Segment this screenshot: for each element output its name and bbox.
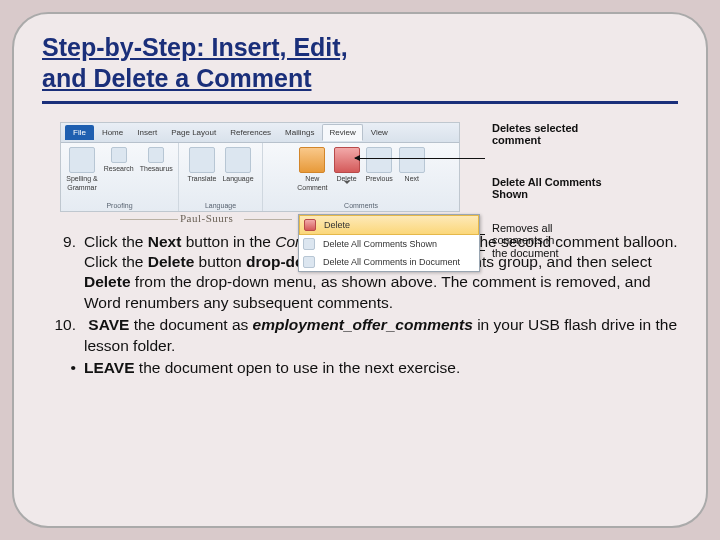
ribbon-figure: File Home Insert Page Layout References … bbox=[60, 122, 660, 212]
group-label-language: Language bbox=[205, 202, 236, 209]
delete-icon bbox=[304, 219, 316, 231]
tab-home[interactable]: Home bbox=[96, 125, 129, 140]
group-proofing: Spelling &Grammar Research Thesaurus Pro… bbox=[61, 143, 179, 211]
title-line-2: and Delete a Comment bbox=[42, 64, 312, 92]
tab-file[interactable]: File bbox=[65, 125, 94, 140]
previous-comment-icon[interactable] bbox=[366, 147, 392, 173]
ribbon-tabs: File Home Insert Page Layout References … bbox=[61, 123, 459, 143]
step-number: 10. bbox=[50, 315, 84, 356]
group-comments: NewComment Delete Previous Next Comments bbox=[263, 143, 459, 211]
slide-title: Step-by-Step: Insert, Edit, and Delete a… bbox=[42, 32, 678, 95]
research-icon[interactable] bbox=[111, 147, 127, 163]
callout-delete-selected: Deletes selected comment bbox=[492, 122, 578, 147]
language-icon[interactable] bbox=[225, 147, 251, 173]
tab-page-layout[interactable]: Page Layout bbox=[165, 125, 222, 140]
tab-references[interactable]: References bbox=[224, 125, 277, 140]
step-bullet: • LEAVE the document open to use in the … bbox=[50, 358, 678, 378]
delete-all-doc-icon bbox=[303, 256, 315, 268]
step-number: • bbox=[50, 358, 84, 378]
thesaurus-icon[interactable] bbox=[148, 147, 164, 163]
title-line-1: Step-by-Step: Insert, Edit, bbox=[42, 33, 348, 61]
menu-item-delete-all-doc[interactable]: Delete All Comments in Document bbox=[299, 253, 479, 271]
group-label-proofing: Proofing bbox=[106, 202, 132, 209]
tab-insert[interactable]: Insert bbox=[131, 125, 163, 140]
step-10: 10. SAVE the document as employment_offe… bbox=[50, 315, 678, 356]
menu-item-delete-all-shown[interactable]: Delete All Comments Shown bbox=[299, 235, 479, 253]
group-language: Translate Language Language bbox=[179, 143, 263, 211]
tab-review[interactable]: Review bbox=[322, 124, 362, 141]
callout-arrow-1 bbox=[355, 158, 485, 159]
spelling-icon[interactable] bbox=[69, 147, 95, 173]
word-ribbon: File Home Insert Page Layout References … bbox=[60, 122, 460, 212]
slide-frame: Step-by-Step: Insert, Edit, and Delete a… bbox=[12, 12, 708, 528]
step-number: 9. bbox=[50, 232, 84, 314]
group-label-comments: Comments bbox=[344, 202, 378, 209]
menu-item-delete[interactable]: Delete bbox=[299, 215, 479, 235]
translate-icon[interactable] bbox=[189, 147, 215, 173]
delete-dropdown-arrow-icon[interactable] bbox=[344, 181, 350, 184]
delete-dropdown-menu: Delete Delete All Comments Shown Delete … bbox=[298, 214, 480, 272]
next-comment-icon[interactable] bbox=[399, 147, 425, 173]
step-text: SAVE the document as employment_offer_co… bbox=[84, 315, 678, 356]
step-text: LEAVE the document open to use in the ne… bbox=[84, 358, 678, 378]
author-name: Paul-Suurs bbox=[180, 212, 233, 224]
title-rule bbox=[42, 101, 678, 104]
callout-delete-all-shown: Delete All Comments Shown bbox=[492, 176, 602, 201]
delete-all-shown-icon bbox=[303, 238, 315, 250]
callout-removes-all: Removes all comments in the document bbox=[492, 222, 559, 260]
tab-mailings[interactable]: Mailings bbox=[279, 125, 320, 140]
new-comment-icon[interactable] bbox=[299, 147, 325, 173]
ribbon-body: Spelling &Grammar Research Thesaurus Pro… bbox=[61, 143, 459, 211]
tab-view[interactable]: View bbox=[365, 125, 394, 140]
